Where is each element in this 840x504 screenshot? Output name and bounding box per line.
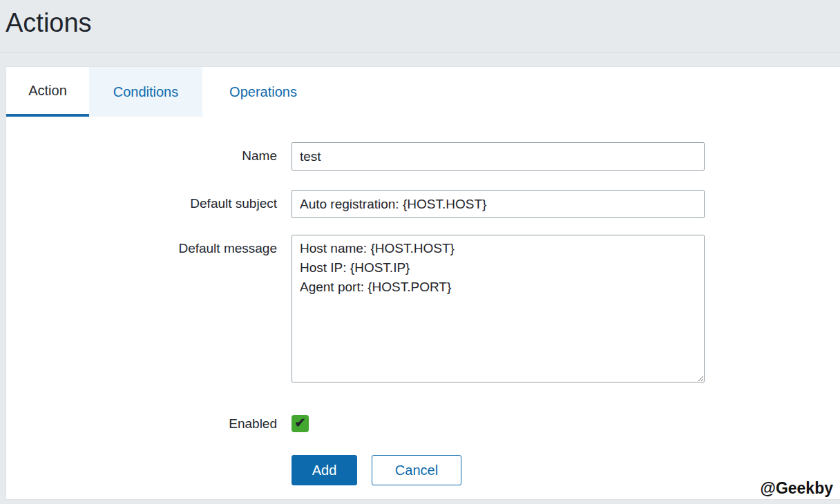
- tab-action-label: Action: [28, 83, 67, 99]
- default-subject-row: Default subject: [6, 190, 840, 218]
- name-label: Name: [6, 142, 277, 164]
- default-message-textarea[interactable]: Host name: {HOST.HOST} Host IP: {HOST.IP…: [292, 235, 705, 382]
- enabled-row: Enabled ✔: [6, 415, 840, 432]
- enabled-checkbox[interactable]: ✔: [292, 415, 309, 432]
- cancel-button[interactable]: Cancel: [372, 455, 461, 485]
- page-title: Actions: [6, 8, 92, 38]
- form-buttons-row: Add Cancel: [6, 455, 840, 485]
- form-tabs: Action Conditions Operations: [6, 67, 840, 117]
- enabled-label: Enabled: [6, 416, 277, 432]
- tab-action[interactable]: Action: [6, 67, 89, 117]
- watermark: @Geekby: [760, 479, 833, 498]
- default-message-label: Default message: [6, 235, 277, 256]
- tab-operations-label: Operations: [229, 84, 297, 100]
- title-divider: [0, 52, 840, 53]
- add-button[interactable]: Add: [292, 455, 357, 485]
- checkmark-icon: ✔: [295, 416, 306, 429]
- action-form-panel: Action Conditions Operations Name Defaul…: [6, 66, 840, 500]
- name-row: Name: [6, 142, 840, 171]
- tab-conditions-label: Conditions: [113, 84, 179, 100]
- tab-operations[interactable]: Operations: [202, 67, 324, 117]
- default-subject-input[interactable]: [292, 190, 705, 218]
- action-form: Name Default subject Default message Hos…: [6, 142, 840, 485]
- tab-conditions[interactable]: Conditions: [89, 67, 202, 117]
- default-subject-label: Default subject: [6, 190, 277, 211]
- actions-page: Actions Action Conditions Operations Nam…: [0, 0, 840, 504]
- name-input[interactable]: [292, 142, 705, 171]
- default-message-row: Default message Host name: {HOST.HOST} H…: [6, 235, 840, 385]
